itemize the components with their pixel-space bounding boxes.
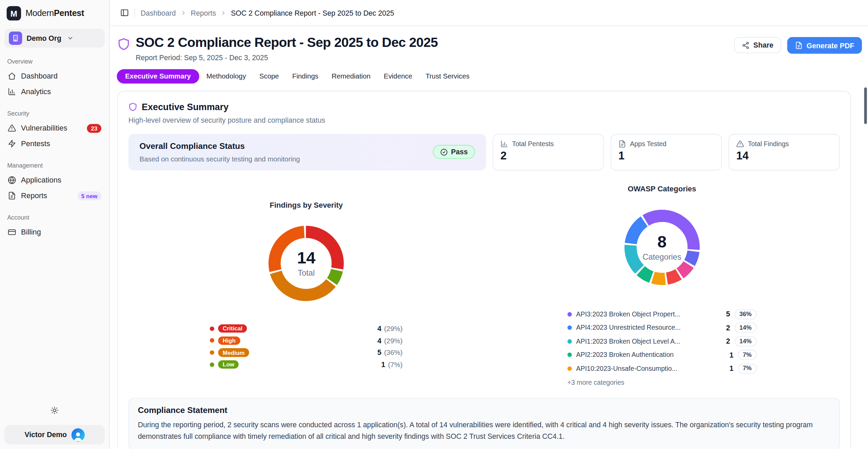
avatar xyxy=(71,428,85,441)
sidebar-toggle-icon[interactable] xyxy=(120,8,129,17)
stat-card-total-pentests: Total Pentests 2 xyxy=(493,134,604,170)
chevron-down-icon xyxy=(67,35,74,42)
breadcrumb-reports[interactable]: Reports xyxy=(191,8,216,17)
tab-trust-services[interactable]: Trust Services xyxy=(420,69,476,83)
stat-label: Total Findings xyxy=(748,140,789,148)
nav-section-management: Management xyxy=(7,162,102,169)
stat-value: 2 xyxy=(500,149,596,162)
tab-methodology[interactable]: Methodology xyxy=(200,69,252,83)
sidebar-item-billing[interactable]: Billing xyxy=(4,225,105,240)
brand-name-bold: Pentest xyxy=(54,8,84,18)
executive-summary-card: Executive Summary High-level overview of… xyxy=(117,90,851,449)
chevron-right-icon xyxy=(180,10,186,16)
nav-section-security: Security xyxy=(7,110,102,117)
medium-percent: (36%) xyxy=(384,349,403,357)
low-pill: Low xyxy=(218,360,239,369)
overall-compliance-card: Overall Compliance Status Based on conti… xyxy=(129,134,486,170)
legend-row-api2: API2:2023 Broken Authentication 17% xyxy=(567,349,757,361)
home-icon xyxy=(8,72,16,80)
chart-column-icon xyxy=(8,87,16,96)
file-text-icon xyxy=(795,41,803,49)
report-tabs: Executive Summary Methodology Scope Find… xyxy=(117,69,859,83)
sidebar-nav: Overview Dashboard Analytics Security Vu… xyxy=(0,48,109,240)
api2-label: API2:2023 Broken Authentication xyxy=(576,351,674,359)
medium-pill: Medium xyxy=(218,348,249,357)
shield-icon xyxy=(117,36,130,51)
owasp-legend: API3:2023 Broken Object Propert... 536% … xyxy=(567,308,757,386)
share-button[interactable]: Share xyxy=(734,37,781,53)
high-dot xyxy=(210,338,215,343)
brand-name: ModernPentest xyxy=(25,8,84,18)
api10-count: 1 xyxy=(729,364,733,373)
high-pill: High xyxy=(218,336,240,345)
tab-executive-summary[interactable]: Executive Summary xyxy=(117,69,199,83)
theme-toggle-button[interactable] xyxy=(48,404,61,418)
tab-remediation[interactable]: Remediation xyxy=(326,69,377,83)
tab-evidence[interactable]: Evidence xyxy=(378,69,419,83)
sidebar-item-dashboard[interactable]: Dashboard xyxy=(4,69,105,84)
api4-percent: 14% xyxy=(734,323,756,332)
owasp-chart-title: OWASP Categories xyxy=(628,185,696,193)
legend-row-api1: API1:2023 Broken Object Level A... 214% xyxy=(567,335,757,347)
compliance-statement-card: Compliance Statement During the reportin… xyxy=(129,398,840,449)
sidebar-item-pentests[interactable]: Pentests xyxy=(4,136,105,151)
chart-column-icon xyxy=(500,140,508,148)
sidebar-footer: Victor Demo xyxy=(0,400,109,449)
api3-label: API3:2023 Broken Object Propert... xyxy=(576,310,680,318)
api3-percent: 36% xyxy=(734,309,756,319)
statement-title: Compliance Statement xyxy=(138,405,830,414)
api3-dot xyxy=(567,312,572,316)
sidebar-item-vulnerabilities[interactable]: Vulnerabilities 23 xyxy=(4,121,105,136)
brand-name-regular: Modern xyxy=(25,8,54,18)
report-period: Report Period: Sep 5, 2025 - Dec 3, 2025 xyxy=(136,53,438,62)
breadcrumb-dashboard[interactable]: Dashboard xyxy=(141,8,176,17)
stat-value: 14 xyxy=(736,149,832,162)
api4-dot xyxy=(567,326,572,330)
file-text-icon xyxy=(618,140,626,148)
compliance-text: Overall Compliance Status Based on conti… xyxy=(139,141,300,163)
tab-scope[interactable]: Scope xyxy=(253,69,285,83)
brand: M ModernPentest xyxy=(0,0,109,25)
severity-chart-section: Findings by Severity 14 Total Critical 4… xyxy=(129,170,484,386)
compliance-subtitle: Based on continuous security testing and… xyxy=(139,155,300,163)
owasp-donut-chart: 8 Categories xyxy=(623,208,701,286)
generate-pdf-button[interactable]: Generate PDF xyxy=(787,37,862,54)
high-count: 4 xyxy=(377,336,381,345)
sidebar-item-reports[interactable]: Reports 5 new xyxy=(4,188,105,203)
api4-count: 2 xyxy=(726,324,730,332)
breadcrumb-current: SOC 2 Compliance Report - Sep 2025 to De… xyxy=(231,8,394,17)
api10-label: API10:2023-Unsafe-Consumptio... xyxy=(576,364,678,372)
breadcrumb: Dashboard Reports SOC 2 Compliance Repor… xyxy=(141,8,394,17)
medium-dot xyxy=(210,350,215,355)
stat-card-apps-tested: Apps Tested 1 xyxy=(611,134,722,170)
main-area: Dashboard Reports SOC 2 Compliance Repor… xyxy=(109,0,868,449)
reports-new-badge: 5 new xyxy=(78,191,101,200)
severity-donut-center: 14 Total xyxy=(268,224,345,302)
more-categories-link[interactable]: +3 more categories xyxy=(567,378,757,386)
nav-section-overview: Overview xyxy=(7,58,102,65)
compliance-title: Overall Compliance Status xyxy=(139,141,300,151)
owasp-donut-center: 8 Categories xyxy=(623,208,701,286)
api2-dot xyxy=(567,352,572,357)
critical-count: 4 xyxy=(377,324,381,332)
share-label: Share xyxy=(753,41,773,49)
user-menu[interactable]: Victor Demo xyxy=(4,425,105,444)
api2-percent: 7% xyxy=(738,350,756,360)
check-circle-icon xyxy=(440,148,448,156)
api4-label: API4:2023 Unrestricted Resource... xyxy=(576,324,681,332)
sidebar-item-label: Applications xyxy=(21,176,62,184)
tab-findings[interactable]: Findings xyxy=(286,69,325,83)
topbar: Dashboard Reports SOC 2 Compliance Repor… xyxy=(109,0,868,26)
org-selector[interactable]: Demo Org xyxy=(4,29,105,48)
api1-label: API1:2023 Broken Object Level A... xyxy=(576,338,680,345)
scrollbar-thumb[interactable] xyxy=(864,87,867,124)
page-title: SOC 2 Compliance Report - Sep 2025 to De… xyxy=(136,35,438,50)
shield-icon xyxy=(129,102,137,112)
alert-triangle-icon xyxy=(8,124,16,132)
sidebar-item-analytics[interactable]: Analytics xyxy=(4,84,105,99)
sidebar-item-applications[interactable]: Applications xyxy=(4,173,105,188)
api10-percent: 7% xyxy=(738,363,756,373)
api1-dot xyxy=(567,339,572,343)
share-icon xyxy=(742,41,750,49)
sidebar-item-label: Dashboard xyxy=(21,72,58,80)
